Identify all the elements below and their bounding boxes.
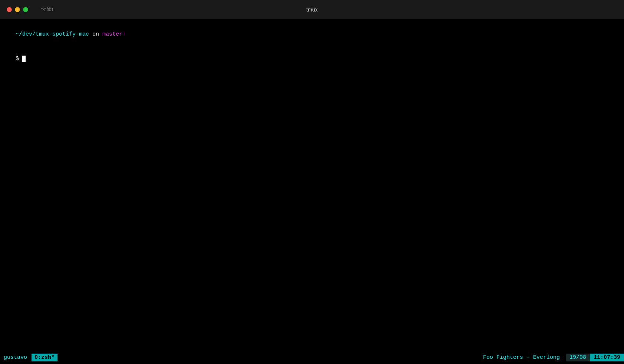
minimize-button[interactable] [15, 7, 20, 12]
statusbar-song: Foo Fighters - Everlong [483, 354, 566, 361]
statusbar-time: 11:07:39 [590, 354, 624, 361]
terminal-cursor [22, 56, 26, 62]
keyboard-shortcut: ⌥⌘1 [41, 7, 54, 12]
terminal-path: ~/dev/tmux-spotify-mac [16, 31, 89, 37]
statusbar-session[interactable]: 0:zsh* [32, 354, 58, 361]
titlebar: ⌥⌘1 tmux [0, 0, 624, 19]
terminal-line-2: $ [2, 47, 622, 71]
terminal-branch: master! [102, 31, 126, 37]
terminal-area[interactable]: ~/dev/tmux-spotify-mac on master! $ [0, 19, 624, 351]
statusbar-user: gustavo [0, 354, 27, 361]
terminal-line-1: ~/dev/tmux-spotify-mac on master! [2, 22, 622, 47]
terminal-on: on [89, 31, 102, 37]
statusbar: gustavo 0:zsh* Foo Fighters - Everlong 1… [0, 351, 624, 364]
terminal-prompt: $ [16, 56, 22, 62]
window-controls [7, 7, 28, 12]
maximize-button[interactable] [23, 7, 28, 12]
statusbar-date: 19/08 [566, 354, 590, 361]
close-button[interactable] [7, 7, 12, 12]
window-title: tmux [306, 7, 318, 13]
statusbar-right: Foo Fighters - Everlong 19/08 11:07:39 [483, 354, 624, 361]
